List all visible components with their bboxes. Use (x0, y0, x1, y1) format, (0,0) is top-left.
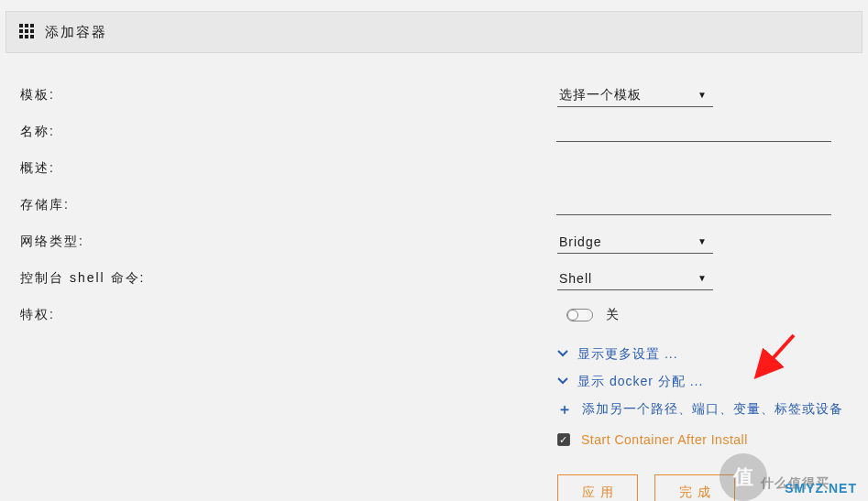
checkbox-icon[interactable]: ✓ (557, 433, 570, 446)
plus-icon: ＋ (557, 403, 573, 416)
watermark-site: SMYZ.NET (785, 481, 857, 496)
privileged-state: 关 (606, 307, 621, 323)
chevron-down-icon (557, 375, 568, 389)
label-repository: 存储库: (18, 197, 556, 213)
label-network-type: 网络类型: (18, 234, 557, 250)
form: 模板: 选择一个模板 ▼ 名称: 概述: 存储库: 网络类型: Bridge ▼ (0, 53, 868, 333)
console-shell-value: Shell (559, 271, 592, 286)
start-after-install-row[interactable]: ✓ Start Container After Install (557, 432, 868, 447)
chevron-down-icon: ▼ (698, 273, 708, 283)
link-label: 显示 docker 分配 ... (577, 374, 703, 390)
show-more-settings-link[interactable]: 显示更多设置 ... (557, 346, 868, 363)
network-type-select[interactable]: Bridge ▼ (557, 230, 713, 254)
privileged-toggle[interactable] (566, 309, 593, 321)
apply-button[interactable]: 应用 (557, 474, 638, 501)
name-input[interactable] (556, 122, 831, 142)
link-label: 添加另一个路径、端口、变量、标签或设备 (582, 401, 843, 418)
network-type-value: Bridge (559, 234, 601, 249)
chevron-down-icon: ▼ (698, 90, 708, 100)
toggle-thumb (567, 310, 578, 321)
repository-input[interactable] (556, 195, 831, 215)
label-name: 名称: (18, 124, 556, 140)
label-overview: 概述: (18, 160, 557, 177)
console-shell-select[interactable]: Shell ▼ (557, 267, 713, 290)
chevron-down-icon (557, 347, 568, 362)
label-privileged: 特权: (18, 307, 557, 323)
link-label: 显示更多设置 ... (577, 346, 678, 363)
checkbox-label: Start Container After Install (581, 432, 748, 447)
template-select[interactable]: 选择一个模板 ▼ (557, 83, 713, 107)
show-docker-alloc-link[interactable]: 显示 docker 分配 ... (557, 374, 868, 390)
page-title: 添加容器 (45, 24, 107, 41)
label-template: 模板: (18, 87, 557, 103)
chevron-down-icon: ▼ (698, 236, 708, 246)
add-path-port-link[interactable]: ＋ 添加另一个路径、端口、变量、标签或设备 (557, 401, 868, 418)
page-header: 添加容器 (5, 11, 863, 53)
label-console-shell: 控制台 shell 命令: (18, 270, 557, 287)
apps-icon (19, 24, 36, 40)
template-select-value: 选择一个模板 (559, 87, 642, 103)
